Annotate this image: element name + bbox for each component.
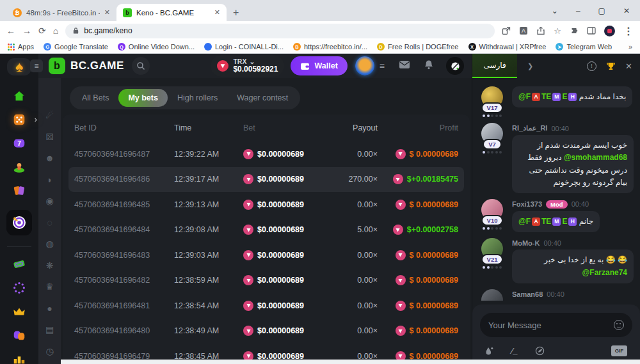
chat-message[interactable]: V7RI_عماد_RI00:40 خوب ایسم شرمندت شدم از… — [477, 123, 634, 193]
minimize-icon[interactable]: – — [576, 6, 580, 15]
username[interactable]: Foxi1373 — [512, 200, 542, 208]
slash-icon[interactable]: ∕_ — [511, 346, 517, 356]
letter-block[interactable]: A — [532, 218, 540, 226]
wallet-button[interactable]: Wallet — [291, 56, 347, 75]
mention-text[interactable]: @Farzane74 — [582, 267, 627, 279]
mention-text[interactable]: @F — [518, 216, 531, 228]
bookmark-item[interactable]: QOnline Video Down... — [118, 43, 195, 51]
spade-logo-icon[interactable]: ♠ — [7, 58, 31, 75]
tab-my-bets[interactable]: My bets — [118, 89, 168, 107]
mention-group[interactable]: @FATEMEH — [518, 91, 577, 103]
shark-icon[interactable] — [535, 346, 545, 356]
announcement-button[interactable] — [446, 57, 464, 75]
bookmark-item[interactable]: XWithdrawal | XRPfree — [468, 43, 547, 51]
translate-icon[interactable]: A — [519, 26, 528, 35]
profile-avatar[interactable] — [604, 26, 615, 36]
timer-icon[interactable]: ◷ — [45, 346, 53, 356]
info-icon[interactable]: ! — [587, 61, 596, 71]
back-icon[interactable]: ← — [6, 26, 15, 36]
tab-high-rollers[interactable]: High rollers — [168, 89, 227, 107]
sidebar-item-cards[interactable] — [12, 183, 27, 198]
close-icon[interactable]: ✕ — [623, 6, 630, 15]
avatar[interactable] — [481, 289, 503, 301]
sidebar-item-lottery[interactable] — [12, 257, 27, 272]
share-icon[interactable] — [536, 26, 545, 35]
sidebar-item-keno-active[interactable] — [6, 210, 32, 235]
rain-icon[interactable] — [485, 346, 493, 356]
bookmark-item[interactable]: DFree Rolls | DOGEfree — [377, 43, 458, 51]
chat-message[interactable]: V17 بخدا مماد شدم @FATEMEH — [477, 86, 634, 117]
tab-wager-contest[interactable]: Wager contest — [227, 89, 298, 107]
extensions-icon[interactable] — [570, 26, 579, 35]
cards-game-icon[interactable]: ▤ — [45, 324, 54, 335]
mention-group[interactable]: @smohammad68 — [564, 152, 627, 164]
emoji-icon[interactable] — [614, 320, 624, 330]
screenshot-icon[interactable] — [502, 26, 511, 35]
chevron-right-icon[interactable]: ❯ — [527, 62, 533, 70]
mention-text[interactable]: E — [562, 91, 567, 103]
tab-close-icon[interactable]: ✕ — [104, 8, 110, 17]
mention-text[interactable]: @smohammad68 — [564, 152, 627, 164]
bookmark-item[interactable]: ➤Telegram Web — [556, 43, 612, 51]
sidebar-item-dice[interactable]: › — [12, 112, 27, 127]
comet-icon[interactable]: ☄ — [45, 110, 54, 120]
tab-all-bets[interactable]: All Bets — [72, 89, 118, 107]
star-bookmark-icon[interactable]: ☆ — [554, 26, 561, 36]
letter-block[interactable]: M — [552, 93, 561, 101]
letter-block[interactable]: A — [532, 93, 540, 101]
currency-selector[interactable]: TRX⌄ $0.00592921 — [211, 55, 284, 77]
chat-message[interactable]: V5Saman6800:40 من تصمیم برم براچی خودت ب… — [477, 289, 634, 301]
sidebar-item-ring[interactable] — [12, 280, 27, 296]
fruit-icon[interactable]: ◗ — [47, 175, 52, 185]
sidebar-item-casino[interactable] — [12, 159, 27, 175]
sidebar-item-home[interactable] — [12, 88, 27, 104]
table-row[interactable]: 4570603694169648612:39:17 AM$0.000006892… — [68, 167, 464, 193]
sidebar-item-slots[interactable]: 7 — [12, 136, 27, 151]
bookmark-item[interactable]: GGoogle Translate — [44, 43, 108, 51]
table-row[interactable]: 4570603694169648512:39:13 AM$0.000006890… — [74, 192, 458, 218]
mention-group[interactable]: @Farzane74 — [582, 267, 627, 279]
table-row[interactable]: 4570603694169648112:38:54 AM$0.000006890… — [74, 293, 458, 319]
dice-game-icon[interactable]: ⚄ — [45, 132, 53, 142]
sidepanel-icon[interactable] — [587, 26, 596, 35]
bookmark-item[interactable]: Login - COINALL-Di... — [204, 43, 284, 51]
bookmarks-overflow-icon[interactable]: » — [628, 43, 632, 51]
address-bar[interactable]: bc.game/keno — [65, 24, 495, 38]
collapse-sidebar-icon[interactable]: ≡ — [30, 59, 43, 72]
mention-group[interactable]: @FATEMEH — [518, 216, 577, 228]
username[interactable]: Saman68 — [512, 290, 543, 298]
table-row[interactable]: 4570603694169648012:38:49 AM$0.000006890… — [74, 319, 458, 344]
table-row[interactable]: 4570603694169648212:38:59 AM$0.000006890… — [74, 268, 458, 294]
monkey-icon[interactable]: ☻ — [45, 153, 54, 163]
bookmark-item[interactable]: Bhttps://freebitco.in/... — [293, 43, 367, 51]
chat-language-tab[interactable]: فارسی — [472, 54, 517, 78]
maximize-icon[interactable]: ▢ — [598, 6, 605, 15]
chevron-down-icon[interactable]: ⌄ — [552, 6, 558, 15]
notifications-button[interactable] — [424, 59, 433, 72]
search-button[interactable] — [132, 57, 150, 75]
egg-icon[interactable]: ◍ — [45, 239, 53, 249]
kebab-menu-icon[interactable]: ⋮ — [623, 25, 634, 37]
bomb-icon[interactable]: ● — [47, 303, 52, 313]
letter-block[interactable]: M — [552, 218, 561, 226]
hamburger-icon[interactable]: ≡ — [380, 61, 385, 71]
username[interactable]: RI_عماد_RI — [512, 124, 547, 132]
gif-keyboard-icon[interactable]: GIF — [611, 345, 627, 356]
ring-icon[interactable]: ◌ — [47, 218, 52, 228]
letter-block[interactable]: H — [568, 93, 577, 101]
sidebar-item-vip[interactable] — [12, 304, 27, 319]
table-row[interactable]: 4570603694169648412:39:08 AM$0.000006895… — [74, 218, 458, 243]
splash-icon[interactable]: ◉ — [45, 196, 53, 206]
browser-tab-freebitco[interactable]: ₿ 48m:9s - FreeBitco.in - Win free b... … — [6, 4, 116, 21]
user-avatar[interactable] — [355, 56, 374, 75]
home-icon[interactable]: ⌂ — [53, 26, 58, 36]
mail-button[interactable] — [399, 60, 410, 72]
trophy-icon[interactable] — [606, 61, 616, 71]
mention-text[interactable]: @F — [518, 91, 531, 103]
chat-message[interactable]: V21MoMo-K00:40 😂 😂 به یع از خدا بی خبر @… — [477, 238, 634, 283]
close-icon[interactable]: ✕ — [625, 61, 632, 71]
table-row[interactable]: 4570603694169648712:39:22 AM$0.000006890… — [74, 141, 458, 167]
apps-shortcut[interactable]: Apps — [8, 43, 34, 51]
forward-icon[interactable]: → — [22, 26, 31, 36]
mention-text[interactable]: TE — [541, 216, 551, 228]
